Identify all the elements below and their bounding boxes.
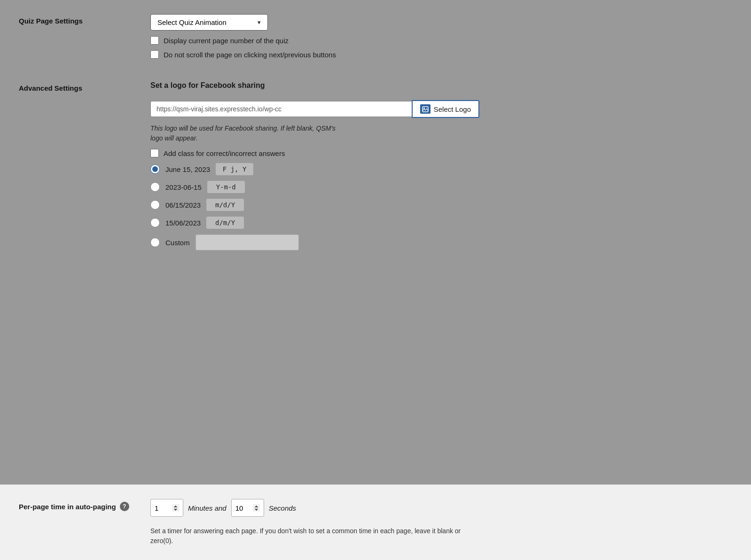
date-format-badge-2: Y-m-d — [207, 181, 245, 193]
logo-url-input[interactable] — [150, 101, 412, 117]
date-format-label-2: 2023-06-15 — [165, 183, 202, 191]
date-format-badge-1: F j, Y — [216, 163, 253, 175]
add-class-checkbox[interactable] — [150, 149, 159, 157]
advanced-settings-label: Advanced Settings — [19, 81, 150, 250]
quiz-animation-dropdown[interactable]: Select Quiz Animation ▾ — [150, 14, 268, 31]
timer-row: Minutes and Seconds — [150, 499, 732, 517]
date-format-badge-3: m/d/Y — [206, 199, 244, 211]
no-scroll-label: Do not scroll the page on clicking next/… — [164, 51, 336, 59]
auto-paging-section: Per-page time in auto-paging ? Minutes a… — [0, 484, 751, 560]
custom-date-input[interactable] — [196, 234, 299, 250]
date-format-radio-1[interactable] — [150, 164, 160, 174]
date-format-radio-4[interactable] — [150, 218, 160, 227]
quiz-page-content: Select Quiz Animation ▾ Display current … — [150, 14, 732, 59]
quiz-page-settings-row: Quiz Page Settings Select Quiz Animation… — [19, 14, 732, 59]
page-wrapper: Quiz Page Settings Select Quiz Animation… — [0, 0, 751, 560]
date-format-label-1: June 15, 2023 — [165, 165, 210, 173]
advanced-settings-content: Set a logo for Facebook sharing Select L — [150, 81, 732, 250]
date-format-row-3: 06/15/2023 m/d/Y — [150, 199, 732, 211]
advanced-settings-row: Advanced Settings Set a logo for Faceboo… — [19, 81, 732, 250]
date-format-label-3: 06/15/2023 — [165, 201, 201, 209]
help-icon[interactable]: ? — [120, 502, 129, 511]
auto-paging-content: Minutes and Seconds Set a timer for answ… — [150, 499, 732, 546]
quiz-page-label: Quiz Page Settings — [19, 14, 150, 59]
date-format-badge-4: d/m/Y — [206, 217, 244, 229]
date-format-radio-5[interactable] — [150, 238, 160, 247]
date-format-label-4: 15/06/2023 — [165, 219, 201, 227]
add-class-label: Add class for correct/incorrect answers — [164, 149, 285, 157]
auto-paging-hint: Set a timer for answering each page. If … — [150, 526, 479, 546]
minutes-input[interactable] — [150, 499, 183, 517]
display-page-number-checkbox[interactable] — [150, 36, 159, 45]
display-page-number-label: Display current page number of the quiz — [164, 37, 289, 45]
no-scroll-checkbox[interactable] — [150, 50, 159, 59]
date-format-row-1: June 15, 2023 F j, Y — [150, 163, 732, 175]
chevron-down-icon: ▾ — [258, 19, 261, 26]
image-icon — [420, 104, 430, 114]
minutes-label: Minutes and — [188, 504, 227, 512]
svg-point-1 — [423, 108, 425, 109]
logo-hint: This logo will be used for Facebook shar… — [150, 124, 456, 143]
display-page-number-row: Display current page number of the quiz — [150, 36, 732, 45]
auto-paging-row: Per-page time in auto-paging ? Minutes a… — [19, 499, 732, 546]
add-class-row: Add class for correct/incorrect answers — [150, 149, 732, 157]
quiz-page-settings-section: Quiz Page Settings Select Quiz Animation… — [0, 0, 751, 278]
date-format-radio-3[interactable] — [150, 200, 160, 210]
seconds-label: Seconds — [269, 504, 296, 512]
auto-paging-label: Per-page time in auto-paging ? — [19, 499, 150, 511]
date-format-row-2: 2023-06-15 Y-m-d — [150, 181, 732, 193]
date-format-label-5: Custom — [165, 239, 190, 247]
date-format-row-5: Custom — [150, 234, 732, 250]
seconds-input[interactable] — [231, 499, 264, 517]
quiz-animation-dropdown-label: Select Quiz Animation — [157, 18, 227, 26]
no-scroll-row: Do not scroll the page on clicking next/… — [150, 50, 732, 59]
date-format-row-4: 15/06/2023 d/m/Y — [150, 217, 732, 229]
facebook-heading: Set a logo for Facebook sharing — [150, 81, 732, 90]
select-logo-button[interactable]: Select Logo — [412, 100, 479, 118]
logo-row: Select Logo — [150, 100, 479, 118]
date-format-radio-2[interactable] — [150, 182, 160, 192]
select-logo-label: Select Logo — [434, 105, 471, 113]
